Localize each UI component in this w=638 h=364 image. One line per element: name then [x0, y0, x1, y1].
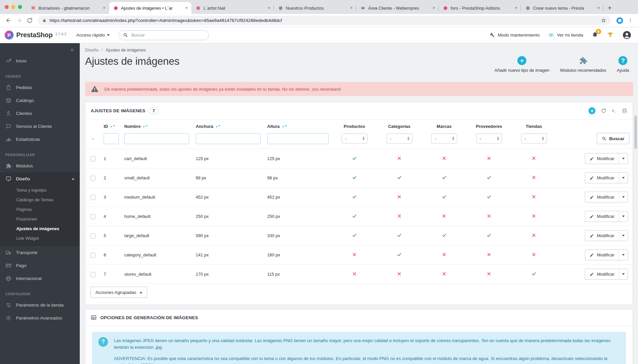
tab-close-icon[interactable]: ×: [431, 5, 437, 11]
extension-icon[interactable]: [616, 17, 623, 24]
sidebar-subitem-ajustes-de-imagenes[interactable]: Ajustes de imágenes: [0, 224, 80, 233]
tab-close-icon[interactable]: ×: [101, 5, 107, 11]
sidebar-item-estadisticas[interactable]: Estadísticas: [0, 133, 80, 146]
sidebar-collapse-button[interactable]: «: [0, 43, 80, 54]
tab-close-icon[interactable]: ×: [349, 5, 354, 11]
image-type-row-category_default[interactable]: 6category_default141 px180 pxModificar: [85, 245, 633, 265]
fullscreen-window-button[interactable]: [18, 5, 22, 9]
sidebar-item-parametros-avanzados[interactable]: Parámetros Avanzados: [0, 312, 80, 324]
filter-height-input[interactable]: [267, 133, 329, 144]
row-checkbox[interactable]: [90, 156, 95, 161]
filter-search-button[interactable]: Buscar: [597, 133, 629, 144]
browser-menu-icon[interactable]: [626, 16, 635, 26]
quick-access-dropdown[interactable]: Acceso rápido: [76, 33, 110, 38]
gamification-trophy-icon[interactable]: [607, 32, 614, 39]
notifications-button[interactable]: 9: [592, 31, 598, 39]
row-checkbox[interactable]: [90, 253, 95, 258]
tab-close-icon[interactable]: ×: [596, 5, 601, 11]
sidebar-subitem-paginas[interactable]: Páginas: [0, 205, 80, 214]
modify-button[interactable]: Modificar: [585, 192, 628, 203]
modify-button[interactable]: Modificar: [585, 249, 628, 260]
address-bar[interactable]: https://lartistnail.com/alinaadmin/index…: [38, 16, 611, 25]
sidebar-subitem-tema-y-logotipo[interactable]: Tema y logotipo: [0, 185, 80, 195]
column-header-anchura[interactable]: Anchura: [192, 120, 264, 132]
sort-icons[interactable]: [282, 125, 287, 128]
url-text[interactable]: https://lartistnail.com/alinaadmin/index…: [50, 18, 598, 23]
bulk-select-placeholder[interactable]: --: [89, 136, 97, 141]
sort-icons[interactable]: [216, 125, 220, 128]
browser-tab-7[interactable]: Crear nuevo tema - Presta×: [521, 2, 603, 14]
ayuda-button[interactable]: ?Ayuda: [617, 56, 629, 73]
modify-dropdown-icon[interactable]: [619, 230, 628, 241]
search-input[interactable]: [131, 33, 204, 38]
tab-close-icon[interactable]: ×: [266, 5, 272, 11]
prestashop-logo[interactable]: P PrestaShop 1.7.4.2: [5, 31, 66, 40]
sidebar-subitem-link-widget[interactable]: Link Widget: [0, 233, 80, 243]
reload-button[interactable]: [25, 16, 35, 26]
sidebar-item-transporte[interactable]: Transporte: [0, 246, 80, 259]
export-sql-icon[interactable]: [622, 108, 627, 114]
sidebar-item-catalogo[interactable]: Catálogo: [0, 94, 80, 107]
header-search-box[interactable]: [118, 30, 209, 40]
sidebar-item-inicio[interactable]: Inicio: [0, 54, 80, 67]
filter-id-input[interactable]: [104, 133, 119, 144]
modulos-recomendados-button[interactable]: Módulos recomendados: [560, 56, 606, 73]
filter-tiendas-select[interactable]: -: [521, 134, 547, 143]
refresh-list-icon[interactable]: [601, 108, 606, 114]
modify-dropdown-icon[interactable]: [619, 192, 628, 202]
minimize-window-button[interactable]: [11, 5, 15, 9]
sql-console-icon[interactable]: >_: [612, 109, 616, 113]
forward-button[interactable]: [14, 16, 24, 26]
new-tab-button[interactable]: +: [605, 3, 615, 13]
account-avatar[interactable]: [622, 31, 631, 40]
bulk-actions-button[interactable]: Acciones Agrupadas: [90, 287, 147, 298]
maintenance-mode-button[interactable]: Modo mantenimiento: [489, 32, 540, 38]
filter-productos-select[interactable]: -: [342, 134, 368, 143]
anadir-nuevo-tipo-de-imagen-button[interactable]: +Añadir nuevo tipo de imagen: [494, 56, 550, 73]
sidebar-item-parametros-de-la-tienda[interactable]: Parámetros de la tienda: [0, 299, 80, 312]
sidebar-item-modulos[interactable]: Módulos: [0, 159, 80, 172]
modify-button[interactable]: Modificar: [585, 153, 628, 164]
tab-close-icon[interactable]: ×: [184, 5, 189, 11]
filter-width-input[interactable]: [196, 133, 261, 144]
modify-dropdown-icon[interactable]: [619, 269, 628, 279]
row-checkbox[interactable]: [90, 195, 95, 200]
modify-button[interactable]: Modificar: [585, 172, 628, 183]
image-type-row-medium_default[interactable]: 3medium_default452 px452 pxModificar: [85, 188, 633, 207]
bookmark-star-icon[interactable]: [601, 18, 606, 23]
filter-proveedores-select[interactable]: -: [476, 134, 502, 143]
scrollbar-thumb[interactable]: [634, 116, 637, 149]
modify-button[interactable]: Modificar: [585, 230, 628, 241]
sidebar-item-internacional[interactable]: Internacional: [0, 272, 80, 285]
browser-tab-2[interactable]: Ajustes de imágenes • L´ar×: [109, 2, 191, 14]
image-type-row-small_default[interactable]: 2small_default98 px98 pxModificar: [85, 168, 633, 188]
back-button[interactable]: [3, 16, 13, 26]
sidebar-item-diseno[interactable]: Diseño: [0, 172, 80, 185]
sidebar-subitem-posiciones[interactable]: Posiciones: [0, 214, 80, 224]
row-checkbox[interactable]: [90, 214, 95, 219]
row-checkbox[interactable]: [90, 233, 95, 238]
modify-dropdown-icon[interactable]: [619, 211, 628, 222]
sidebar-item-pedidos[interactable]: Pedidos: [0, 81, 80, 94]
tab-close-icon[interactable]: ×: [513, 5, 519, 11]
close-window-button[interactable]: [5, 5, 9, 9]
browser-tab-1[interactable]: MBorradores - gbalmeriacon×: [27, 2, 109, 14]
row-checkbox[interactable]: [90, 176, 95, 181]
sort-icons[interactable]: [143, 125, 148, 128]
sidebar-subitem-catalogo-de-temas[interactable]: Catálogo de Temas: [0, 195, 80, 205]
browser-tab-4[interactable]: Nuestros Productos×: [274, 2, 356, 14]
column-header-id[interactable]: ID: [100, 120, 121, 132]
sort-icons[interactable]: [110, 125, 115, 128]
sidebar-item-clientes[interactable]: Clientes: [0, 107, 80, 120]
modify-dropdown-icon[interactable]: [619, 173, 628, 183]
image-type-row-home_default[interactable]: 4home_default250 px250 pxModificar: [85, 207, 633, 226]
browser-tab-6[interactable]: foro - PrestaShop Addons×: [439, 2, 521, 14]
filter-marcas-select[interactable]: -: [431, 134, 457, 143]
breadcrumb-parent[interactable]: Diseño: [85, 47, 98, 52]
sidebar-item-pago[interactable]: Pago: [0, 259, 80, 272]
view-shop-button[interactable]: Ver mi tienda: [548, 32, 583, 38]
modify-button[interactable]: Modificar: [585, 211, 628, 222]
modify-button[interactable]: Modificar: [585, 269, 628, 280]
browser-tab-5[interactable]: wÁrea Cliente - Webempres×: [356, 2, 439, 14]
modify-dropdown-icon[interactable]: [619, 250, 628, 260]
